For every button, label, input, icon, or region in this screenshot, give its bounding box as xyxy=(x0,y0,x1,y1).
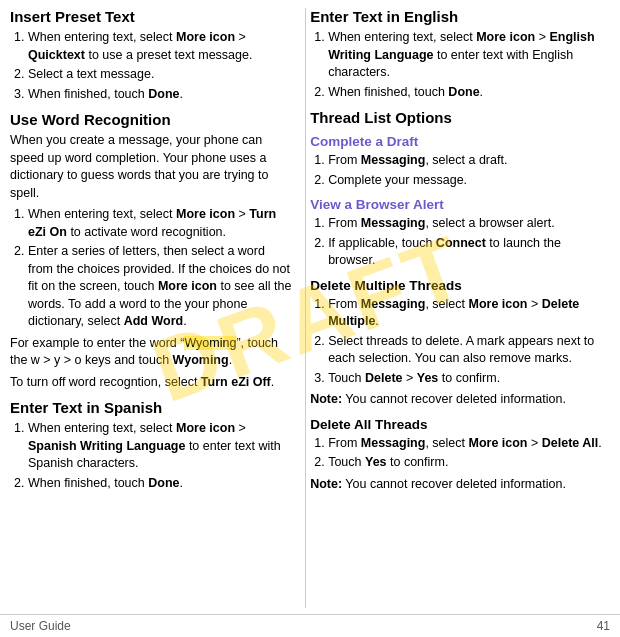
browser-alert-list: From Messaging, select a browser alert. … xyxy=(328,215,610,270)
list-item: When entering text, select More icon > T… xyxy=(28,206,293,241)
footer-page-number: 41 xyxy=(597,619,610,633)
delete-multiple-note: Note: You cannot recover deleted informa… xyxy=(310,391,610,409)
content-area: Insert Preset Text When entering text, s… xyxy=(0,0,620,608)
list-item: From Messaging, select More icon > Delet… xyxy=(328,296,610,331)
list-item: When entering text, select More icon > Q… xyxy=(28,29,293,64)
word-recognition-body: When you create a message, your phone ca… xyxy=(10,132,293,202)
section-english-title: Enter Text in English xyxy=(310,8,610,25)
list-item: When entering text, select More icon > E… xyxy=(328,29,610,82)
list-item: Touch Yes to confirm. xyxy=(328,454,610,472)
subsection-browser-alert-title: View a Browser Alert xyxy=(310,197,610,212)
section-spanish-title: Enter Text in Spanish xyxy=(10,399,293,416)
page-container: DRAFT Insert Preset Text When entering t… xyxy=(0,0,620,637)
delete-all-note: Note: You cannot recover deleted informa… xyxy=(310,476,610,494)
turn-off-word: To turn off word recogntion, select Turn… xyxy=(10,374,293,392)
footer-left-label: User Guide xyxy=(10,619,71,633)
subsection-complete-draft-title: Complete a Draft xyxy=(310,134,610,149)
word-recognition-list: When entering text, select More icon > T… xyxy=(28,206,293,331)
section-thread-list-title: Thread List Options xyxy=(310,109,610,126)
list-item: Select threads to delete. A mark appears… xyxy=(328,333,610,368)
list-item: Enter a series of letters, then select a… xyxy=(28,243,293,331)
english-list: When entering text, select More icon > E… xyxy=(328,29,610,101)
list-item: If applicable, touch Connect to launch t… xyxy=(328,235,610,270)
delete-all-list: From Messaging, select More icon > Delet… xyxy=(328,435,610,472)
right-column: Enter Text in English When entering text… xyxy=(305,8,610,608)
list-item: Select a text message. xyxy=(28,66,293,84)
list-item: When entering text, select More icon > S… xyxy=(28,420,293,473)
insert-preset-list: When entering text, select More icon > Q… xyxy=(28,29,293,103)
list-item: When finished, touch Done. xyxy=(28,475,293,493)
subsection-delete-all-title: Delete All Threads xyxy=(310,417,610,432)
list-item: Complete your message. xyxy=(328,172,610,190)
footer-bar: User Guide 41 xyxy=(0,614,620,637)
complete-draft-list: From Messaging, select a draft. Complete… xyxy=(328,152,610,189)
left-column: Insert Preset Text When entering text, s… xyxy=(10,8,305,608)
list-item: From Messaging, select a browser alert. xyxy=(328,215,610,233)
spanish-list: When entering text, select More icon > S… xyxy=(28,420,293,492)
subsection-delete-multiple-title: Delete Multiple Threads xyxy=(310,278,610,293)
list-item: When finished, touch Done. xyxy=(328,84,610,102)
list-item: From Messaging, select a draft. xyxy=(328,152,610,170)
list-item: Touch Delete > Yes to confirm. xyxy=(328,370,610,388)
list-item: When finished, touch Done. xyxy=(28,86,293,104)
section-insert-preset-title: Insert Preset Text xyxy=(10,8,293,25)
wyoming-example: For example to enter the word “Wyoming”,… xyxy=(10,335,293,370)
section-word-recognition-title: Use Word Recognition xyxy=(10,111,293,128)
delete-multiple-list: From Messaging, select More icon > Delet… xyxy=(328,296,610,388)
list-item: From Messaging, select More icon > Delet… xyxy=(328,435,610,453)
